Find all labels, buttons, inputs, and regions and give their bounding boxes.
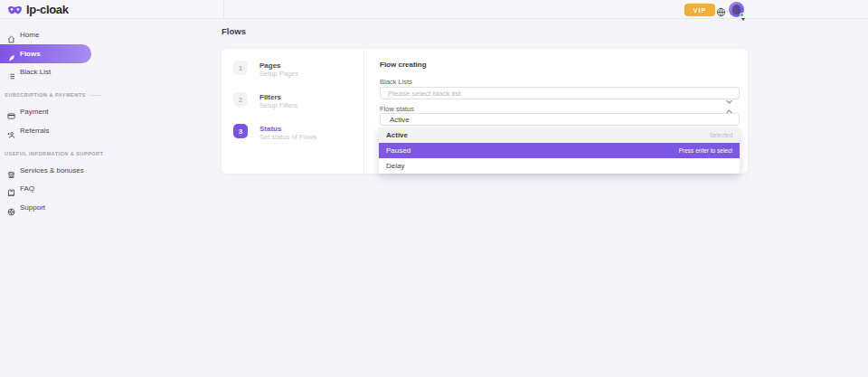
online-status-dot bbox=[740, 13, 744, 17]
logo-text: lp-cloak bbox=[26, 3, 69, 16]
sidebar-item-support[interactable]: Support bbox=[0, 203, 163, 212]
selected-hint: Selected bbox=[710, 132, 732, 138]
mask-logo-icon bbox=[7, 5, 23, 15]
support-lifebuoy-icon bbox=[7, 203, 15, 212]
wizard-step-pages[interactable]: 1 Pages Setup Pages bbox=[233, 61, 298, 78]
sidebar-item-black-list[interactable]: Black List bbox=[0, 67, 163, 77]
dropdown-option-delay[interactable]: Delay bbox=[379, 158, 740, 174]
sidebar-item-referrals[interactable]: Referrals bbox=[0, 126, 163, 136]
sidebar-item-home[interactable]: Home bbox=[0, 30, 163, 40]
faq-book-icon bbox=[7, 184, 15, 193]
home-icon bbox=[7, 31, 15, 39]
black-list-icon bbox=[7, 68, 15, 76]
flow-status-select[interactable]: Active bbox=[380, 113, 740, 126]
sidebar-section-payments: Subscription & payments bbox=[5, 92, 101, 98]
wizard-step-filters[interactable]: 2 Filters Setup Filters bbox=[233, 92, 297, 109]
step-number: 2 bbox=[233, 92, 248, 107]
black-lists-placeholder: Please select black list bbox=[388, 90, 460, 98]
sidebar-section-support: Useful information & support bbox=[5, 151, 103, 156]
card-divider bbox=[363, 49, 364, 174]
sidebar-item-payment[interactable]: Payment bbox=[0, 107, 163, 117]
dropdown-option-active[interactable]: Active Selected bbox=[379, 127, 740, 143]
step-subtitle: Setup Filters bbox=[259, 101, 297, 109]
referrals-person-icon bbox=[7, 127, 15, 135]
logo[interactable]: lp-cloak bbox=[7, 3, 69, 16]
step-title: Pages bbox=[259, 61, 298, 70]
flows-icon bbox=[7, 50, 15, 58]
sidebar-item-services-bonuses[interactable]: Services & bonuses bbox=[0, 165, 163, 175]
top-bar: lp-cloak VIP bbox=[0, 0, 868, 19]
flow-status-dropdown: Active Selected Paused Press enter to se… bbox=[379, 127, 740, 174]
flow-creating-card: 1 Pages Setup Pages 2 Filters Setup Filt… bbox=[222, 49, 748, 174]
sidebar-item-flows[interactable]: Flows bbox=[0, 44, 91, 63]
press-enter-hint: Press enter to select bbox=[679, 147, 732, 154]
flow-status-label: Flow status bbox=[380, 105, 414, 113]
chevron-down-icon bbox=[726, 91, 732, 96]
vip-button[interactable]: VIP bbox=[684, 4, 715, 16]
globe-icon[interactable] bbox=[716, 5, 726, 14]
payment-card-icon bbox=[7, 108, 15, 116]
step-number: 1 bbox=[233, 61, 248, 75]
step-title: Status bbox=[259, 125, 316, 133]
black-lists-label: Black Lists bbox=[380, 78, 412, 86]
step-subtitle: Setup Pages bbox=[259, 70, 298, 78]
black-lists-select[interactable]: Please select black list bbox=[380, 87, 740, 99]
dropdown-option-paused[interactable]: Paused Press enter to select bbox=[379, 143, 740, 158]
header-divider bbox=[223, 0, 224, 18]
wizard-step-status[interactable]: 3 Status Set status of Flows bbox=[233, 124, 316, 141]
sidebar: Home Flows Black List Subscription & pay… bbox=[0, 19, 223, 377]
step-title: Filters bbox=[259, 93, 297, 101]
form-title: Flow creating bbox=[380, 61, 427, 69]
step-subtitle: Set status of Flows bbox=[259, 133, 316, 141]
chevron-up-icon bbox=[726, 118, 732, 122]
storefront-icon bbox=[7, 166, 15, 174]
avatar-caret-icon[interactable] bbox=[741, 18, 745, 21]
sidebar-item-faq[interactable]: FAQ bbox=[0, 184, 163, 193]
page-title: Flows bbox=[222, 26, 246, 36]
step-number: 3 bbox=[233, 124, 248, 138]
flow-status-value: Active bbox=[388, 116, 410, 124]
